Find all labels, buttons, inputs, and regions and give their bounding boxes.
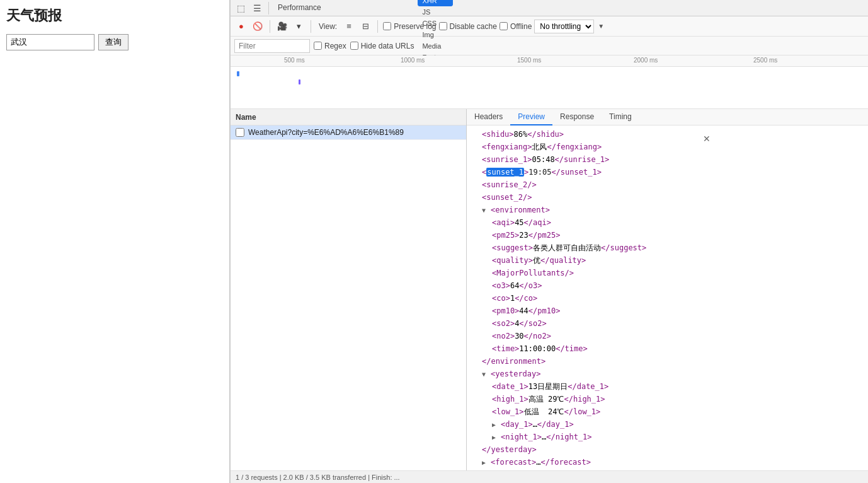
toolbar-sep3 — [377, 20, 378, 33]
filter-type-xhr[interactable]: XHR — [418, 0, 453, 6]
view-list-icon[interactable]: ≡ — [342, 20, 356, 33]
xml-line: <so2>4</so2> — [467, 317, 868, 330]
request-name: WeatherApi?city=%E6%AD%A6%E6%B1%89 — [248, 128, 461, 137]
network-timeline: 500 ms 1000 ms 1500 ms 2000 ms 2500 ms — [231, 55, 868, 109]
tree-toggle[interactable]: ▶ — [492, 434, 500, 441]
view-grid-icon[interactable]: ⊟ — [358, 20, 372, 33]
timeline-bar-2 — [299, 79, 300, 84]
xml-line: ▶ <day_1>…</day_1> — [467, 418, 868, 431]
request-checkbox[interactable] — [236, 128, 244, 137]
xml-line: <sunset_1>19:05</sunset_1> — [467, 166, 868, 178]
details-panel: HeadersPreviewResponseTiming <shidu>86%<… — [467, 109, 868, 470]
filter-type-css[interactable]: CSS — [418, 18, 453, 29]
toolbar-sep2 — [311, 20, 311, 33]
tree-toggle[interactable]: ▶ — [492, 421, 500, 428]
xml-line: <pm25>23</pm25> — [467, 229, 868, 242]
filter-type-media[interactable]: Media — [418, 40, 453, 52]
details-tab-preview[interactable]: Preview — [510, 109, 552, 125]
details-tab-timing[interactable]: Timing — [602, 109, 639, 125]
close-details-btn[interactable]: ✕ — [701, 133, 712, 144]
xml-line: <co>1</co> — [467, 292, 868, 305]
xml-line: <o3>64</o3> — [467, 279, 868, 292]
xml-line: <quality>优</quality> — [467, 254, 868, 267]
preserve-log-checkbox[interactable] — [383, 22, 391, 30]
view-label: View: — [319, 22, 337, 31]
filter-type-js[interactable]: JS — [418, 6, 453, 18]
xml-line: <time>11:00:00</time> — [467, 342, 868, 355]
details-tab-headers[interactable]: Headers — [467, 109, 510, 125]
regex-label: Regex — [324, 42, 346, 50]
tree-toggle[interactable]: ▼ — [482, 371, 489, 378]
devtools-panel: ⬚ ☰ ElementsConsoleSourcesNetworkPerform… — [230, 0, 868, 483]
throttle-select[interactable]: No throttling — [534, 20, 594, 33]
highlighted-tag: sunset_1 — [486, 168, 524, 177]
regex-group: Regex — [314, 42, 346, 50]
xml-line: <high_1>高温 29℃</high_1> — [467, 393, 868, 405]
request-item[interactable]: WeatherApi?city=%E6%AD%A6%E6%B1%89 — [231, 125, 466, 140]
xml-line: <MajorPollutants/> — [467, 267, 868, 279]
ruler-mark-500: 500 ms — [284, 57, 305, 64]
xml-line: <low_1>低温 24℃</low_1> — [467, 405, 868, 418]
xml-line: <suggest>各类人群可自由活动</suggest> — [467, 242, 868, 254]
camera-btn[interactable]: 🎥 — [275, 20, 289, 33]
filter-icon-btn[interactable]: ▾ — [292, 20, 306, 33]
network-toolbar: ● 🚫 🎥 ▾ View: ≡ ⊟ Preserve log Disable c… — [231, 16, 868, 37]
xml-value: 19:05 — [528, 168, 551, 177]
xml-line: <no2>30</no2> — [467, 330, 868, 342]
hide-data-group: Hide data URLs — [350, 42, 414, 50]
filter-input[interactable] — [234, 39, 310, 53]
ruler-mark-1000: 1000 ms — [401, 57, 425, 64]
inspect-icon[interactable]: ⬚ — [233, 1, 248, 16]
tab-performance[interactable]: Performance — [271, 0, 328, 16]
regex-checkbox[interactable] — [314, 42, 322, 50]
details-tab-response[interactable]: Response — [552, 109, 602, 125]
xml-line: <sunrise_2/> — [467, 178, 868, 191]
hide-data-checkbox[interactable] — [350, 42, 358, 50]
tab-separator — [268, 2, 269, 15]
xml-line: ▶ <forecast>…</forecast> — [467, 456, 868, 468]
xml-line: <aqi>45</aqi> — [467, 216, 868, 229]
xml-close-tag: </sunset_1> — [551, 168, 601, 177]
xml-line: ▼ <yesterday> — [467, 368, 868, 380]
ruler-mark-1500: 1500 ms — [517, 57, 541, 64]
tree-toggle[interactable]: ▶ — [482, 459, 489, 466]
record-btn[interactable]: ● — [234, 20, 248, 33]
search-row: 查询 — [6, 34, 223, 50]
tree-toggle[interactable]: ▼ — [482, 207, 489, 214]
xml-line: ▼ <environment> — [467, 204, 868, 216]
toolbar-sep1 — [270, 20, 270, 33]
ruler-mark-2000: 2000 ms — [634, 57, 658, 64]
filter-row: Regex Hide data URLs AllXHRJSCSSImgMedia… — [231, 37, 868, 55]
details-content: <shidu>86%</shidu><fengxiang>北风</fengxia… — [467, 125, 868, 470]
devtools-tab-bar: ⬚ ☰ ElementsConsoleSourcesNetworkPerform… — [231, 0, 868, 16]
request-list-header: Name — [231, 109, 466, 125]
xml-line: <shidu>86%</shidu> — [467, 128, 868, 141]
status-bar: 1 / 3 requests | 2.0 KB / 3.5 KB transfe… — [231, 470, 868, 483]
timeline-ruler: 500 ms 1000 ms 1500 ms 2000 ms 2500 ms — [231, 55, 868, 67]
city-input[interactable] — [6, 34, 94, 50]
status-text: 1 / 3 requests | 2.0 KB / 3.5 KB transfe… — [236, 474, 400, 481]
ruler-mark-2500: 2500 ms — [753, 57, 777, 64]
search-button[interactable]: 查询 — [98, 34, 128, 50]
offline-checkbox[interactable] — [500, 22, 508, 30]
name-column-header: Name — [236, 113, 256, 122]
hide-data-label: Hide data URLs — [361, 42, 414, 50]
xml-line: <sunrise_1>05:48</sunrise_1> — [467, 153, 868, 166]
xml-line: <fengxiang>北风</fengxiang> — [467, 141, 868, 153]
app-title: 天气预报 — [6, 6, 223, 25]
request-list-body: WeatherApi?city=%E6%AD%A6%E6%B1%89 — [231, 125, 466, 470]
xml-line: ▶ <night_1>…</night_1> — [467, 431, 868, 443]
weather-app: 天气预报 查询 — [0, 0, 230, 483]
xml-line: <date_1>13日星期日</date_1> — [467, 380, 868, 393]
details-tab-bar: HeadersPreviewResponseTiming — [467, 109, 868, 125]
xml-line: <pm10>44</pm10> — [467, 305, 868, 317]
filter-type-img[interactable]: Img — [418, 29, 453, 40]
xml-line: <sunset_2/> — [467, 191, 868, 204]
disable-cache-label: Disable cache — [450, 22, 497, 31]
device-icon[interactable]: ☰ — [249, 1, 265, 16]
request-list: Name WeatherApi?city=%E6%AD%A6%E6%B1%89 — [231, 109, 467, 470]
timeline-bar-1 — [237, 71, 239, 76]
xml-line: </environment> — [467, 355, 868, 368]
main-content: Name WeatherApi?city=%E6%AD%A6%E6%B1%89 … — [231, 109, 868, 470]
clear-btn[interactable]: 🚫 — [251, 20, 265, 33]
